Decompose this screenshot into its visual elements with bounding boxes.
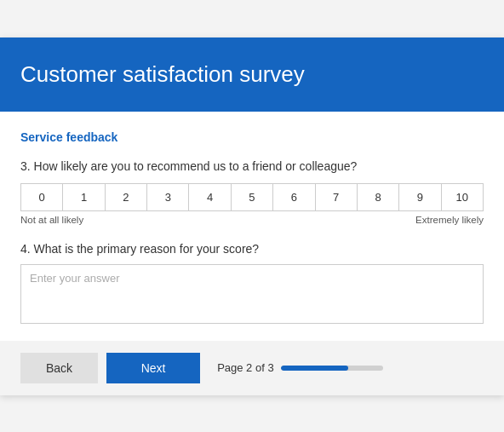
question3-label: 3. How likely are you to recommend us to…: [20, 159, 484, 173]
page-text: Page 2 of 3: [217, 361, 274, 374]
rating-0[interactable]: 0: [21, 184, 63, 210]
rating-7[interactable]: 7: [316, 184, 358, 210]
survey-header: Customer satisfaction survey: [0, 37, 504, 112]
rating-4[interactable]: 4: [189, 184, 231, 210]
page-indicator: Page 2 of 3: [217, 361, 383, 374]
rating-3[interactable]: 3: [147, 184, 189, 210]
progress-bar-background: [281, 366, 383, 371]
section-title: Service feedback: [20, 130, 484, 144]
rating-labels: Not at all likely Extremely likely: [20, 215, 484, 225]
rating-2[interactable]: 2: [106, 184, 147, 210]
question4-label: 4. What is the primary reason for your s…: [20, 242, 484, 256]
rating-label-left: Not at all likely: [20, 215, 83, 225]
next-button[interactable]: Next: [106, 353, 200, 383]
rating-scale: 0 1 2 3 4 5 6 7 8 9 10: [20, 183, 484, 211]
rating-6[interactable]: 6: [273, 184, 315, 210]
survey-container: Customer satisfaction survey Service fee…: [0, 37, 504, 395]
rating-8[interactable]: 8: [358, 184, 399, 210]
rating-label-right: Extremely likely: [415, 215, 484, 225]
back-button[interactable]: Back: [20, 353, 98, 383]
rating-scale-wrapper: 0 1 2 3 4 5 6 7 8 9 10: [20, 183, 484, 211]
rating-5[interactable]: 5: [232, 184, 273, 210]
rating-9[interactable]: 9: [399, 184, 441, 210]
rating-10[interactable]: 10: [442, 184, 483, 210]
survey-footer: Back Next Page 2 of 3: [0, 341, 504, 395]
survey-title: Customer satisfaction survey: [20, 61, 484, 88]
survey-body: Service feedback 3. How likely are you t…: [0, 112, 504, 341]
rating-1[interactable]: 1: [63, 184, 105, 210]
progress-bar-fill: [281, 366, 348, 371]
answer-textarea[interactable]: [20, 264, 484, 324]
